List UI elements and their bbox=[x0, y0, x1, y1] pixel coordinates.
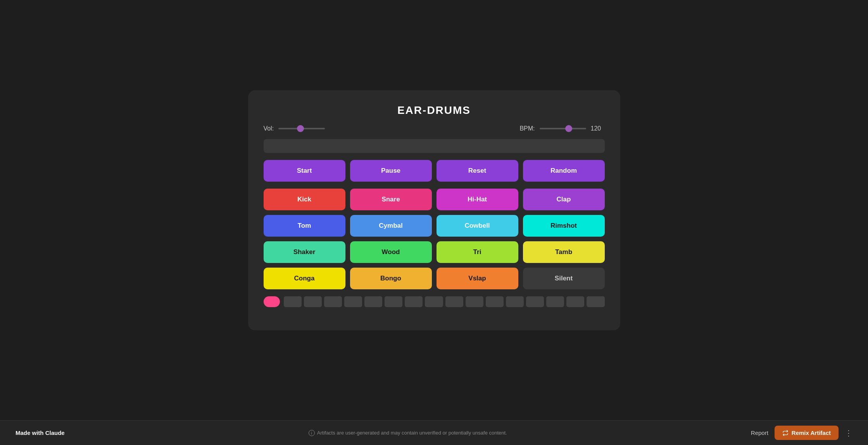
sequencer-row bbox=[264, 296, 605, 307]
silent-button[interactable]: Silent bbox=[523, 268, 605, 289]
notice-text: Artifacts are user-generated and may con… bbox=[317, 430, 507, 436]
made-with-text: Made with bbox=[16, 430, 45, 436]
reset-button[interactable]: Reset bbox=[437, 160, 518, 182]
shaker-button[interactable]: Shaker bbox=[264, 241, 345, 263]
bpm-thumb[interactable] bbox=[565, 125, 572, 132]
tom-button[interactable]: Tom bbox=[264, 215, 345, 237]
footer-actions: Report Remix Artifact ⋮ bbox=[751, 426, 852, 440]
clap-button[interactable]: Clap bbox=[523, 189, 605, 210]
cowbell-button[interactable]: Cowbell bbox=[437, 215, 518, 237]
start-button[interactable]: Start bbox=[264, 160, 345, 182]
sequencer-step[interactable] bbox=[466, 296, 483, 307]
remix-button[interactable]: Remix Artifact bbox=[775, 426, 839, 440]
sequencer-step[interactable] bbox=[405, 296, 423, 307]
controls-row: Vol: BPM: 120 bbox=[264, 125, 605, 132]
progress-bar bbox=[264, 139, 605, 153]
wood-button[interactable]: Wood bbox=[350, 241, 432, 263]
rimshot-button[interactable]: Rimshot bbox=[523, 215, 605, 237]
pause-button[interactable]: Pause bbox=[350, 160, 432, 182]
sequencer-active-indicator bbox=[264, 296, 280, 307]
app-container: EAR-DRUMS Vol: BPM: 120 StartPauseResetR… bbox=[248, 90, 620, 330]
sequencer-step[interactable] bbox=[566, 296, 584, 307]
vol-slider[interactable] bbox=[278, 128, 325, 129]
sequencer-step[interactable] bbox=[364, 296, 382, 307]
tamb-button[interactable]: Tamb bbox=[523, 241, 605, 263]
drum-buttons-grid: KickSnareHi-HatClapTomCymbalCowbellRimsh… bbox=[264, 189, 605, 289]
kick-button[interactable]: Kick bbox=[264, 189, 345, 210]
bongo-button[interactable]: Bongo bbox=[350, 268, 432, 289]
main-area: EAR-DRUMS Vol: BPM: 120 StartPauseResetR… bbox=[0, 0, 868, 420]
sequencer-step[interactable] bbox=[486, 296, 504, 307]
snare-button[interactable]: Snare bbox=[350, 189, 432, 210]
sequencer-step[interactable] bbox=[324, 296, 342, 307]
cymbal-button[interactable]: Cymbal bbox=[350, 215, 432, 237]
sequencer-step[interactable] bbox=[304, 296, 322, 307]
sequencer-step[interactable] bbox=[445, 296, 463, 307]
remix-icon bbox=[782, 430, 789, 436]
sequencer-step[interactable] bbox=[344, 296, 362, 307]
app-title: EAR-DRUMS bbox=[264, 104, 605, 117]
sequencer-step[interactable] bbox=[425, 296, 443, 307]
vol-label: Vol: bbox=[264, 125, 274, 132]
random-button[interactable]: Random bbox=[523, 160, 605, 182]
tri-button[interactable]: Tri bbox=[437, 241, 518, 263]
footer-notice: i Artifacts are user-generated and may c… bbox=[309, 430, 507, 436]
footer: Made with Claude i Artifacts are user-ge… bbox=[0, 420, 868, 445]
vslap-button[interactable]: Vslap bbox=[437, 268, 518, 289]
sequencer-steps bbox=[284, 296, 605, 307]
info-icon: i bbox=[309, 430, 315, 436]
bpm-slider[interactable] bbox=[540, 128, 586, 129]
more-button[interactable]: ⋮ bbox=[845, 428, 852, 438]
sequencer-step[interactable] bbox=[546, 296, 564, 307]
sequencer-step[interactable] bbox=[506, 296, 524, 307]
conga-button[interactable]: Conga bbox=[264, 268, 345, 289]
bpm-value: 120 bbox=[591, 125, 605, 132]
footer-brand: Made with Claude bbox=[16, 430, 65, 436]
sequencer-step[interactable] bbox=[526, 296, 544, 307]
report-button[interactable]: Report bbox=[751, 430, 768, 436]
sequencer-step[interactable] bbox=[284, 296, 302, 307]
sequencer-step[interactable] bbox=[587, 296, 604, 307]
brand-name: Claude bbox=[45, 430, 65, 436]
sequencer-step[interactable] bbox=[385, 296, 402, 307]
bpm-control: BPM: 120 bbox=[519, 125, 604, 132]
hihat-button[interactable]: Hi-Hat bbox=[437, 189, 518, 210]
vol-control: Vol: bbox=[264, 125, 325, 132]
transport-buttons-grid: StartPauseResetRandom bbox=[264, 160, 605, 182]
bpm-label: BPM: bbox=[519, 125, 535, 132]
vol-thumb[interactable] bbox=[297, 125, 304, 132]
remix-label: Remix Artifact bbox=[792, 430, 831, 436]
